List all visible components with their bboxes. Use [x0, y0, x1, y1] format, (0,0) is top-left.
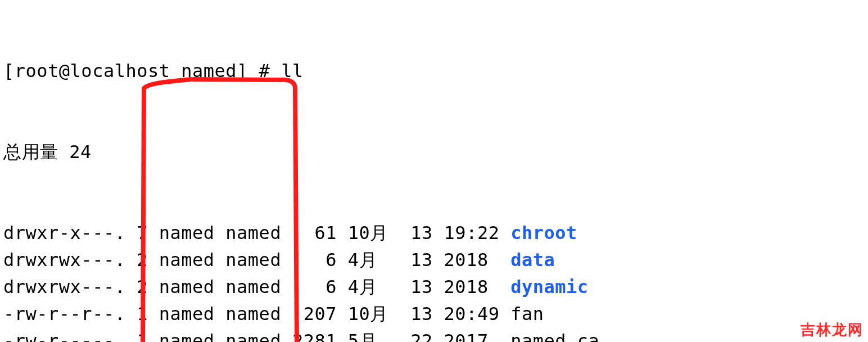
- filename-col: named.ca: [510, 330, 599, 342]
- command-text: ll: [281, 60, 304, 82]
- prompt-symbol: #: [259, 60, 270, 82]
- terminal-output: [root@localhost named] # ll 总用量 24 drwxr…: [0, 0, 868, 342]
- prompt-sp3: [270, 60, 281, 82]
- perm-col: -rw-r-----.: [3, 330, 125, 342]
- month-col: 10月: [348, 222, 400, 244]
- group-col: named: [225, 276, 281, 298]
- filename-col: dynamic: [510, 276, 588, 298]
- prompt-open: [: [3, 60, 15, 82]
- total-sp: [58, 141, 70, 163]
- table-row: drwxrwx---. 2 named named 6 4月 13 2018 d…: [3, 246, 868, 273]
- owner-col: named: [159, 303, 215, 325]
- perm-col: drwxrwx---.: [3, 249, 125, 271]
- total-line: 总用量 24: [3, 138, 868, 165]
- total-value: 24: [69, 141, 92, 163]
- time-col: 19:22: [444, 222, 500, 244]
- group-col: named: [225, 330, 281, 342]
- owner-col: named: [159, 330, 215, 342]
- time-col: 2017: [444, 330, 500, 342]
- perm-col: drwxr-x---.: [3, 222, 125, 244]
- time-col: 2018: [444, 249, 500, 271]
- filename-col: fan: [510, 303, 544, 325]
- total-label: 总用量: [3, 141, 58, 163]
- day-col: 13: [400, 222, 433, 244]
- prompt-at: @: [59, 60, 70, 82]
- watermark-text: 吉林龙网: [801, 320, 864, 340]
- links-col: 7: [137, 222, 148, 244]
- listing-rows: drwxr-x---. 7 named named 61 10月 13 19:2…: [3, 219, 868, 342]
- day-col: 13: [400, 249, 433, 271]
- links-col: 2: [137, 249, 148, 271]
- time-col: 20:49: [444, 303, 500, 325]
- table-row: drwxr-x---. 7 named named 61 10月 13 19:2…: [3, 219, 868, 246]
- prompt-line[interactable]: [root@localhost named] # ll: [3, 57, 868, 84]
- group-col: named: [225, 303, 281, 325]
- size-col: 61: [281, 222, 337, 244]
- group-col: named: [225, 222, 281, 244]
- month-col: 10月: [348, 303, 400, 325]
- table-row: drwxrwx---. 2 named named 6 4月 13 2018 d…: [3, 273, 868, 300]
- prompt-sp2: [248, 60, 259, 82]
- prompt-host: localhost: [70, 60, 170, 82]
- size-col: 6: [281, 249, 337, 271]
- prompt-user: root: [15, 60, 59, 82]
- day-col: 22: [400, 330, 433, 342]
- day-col: 13: [400, 276, 433, 298]
- links-col: 2: [137, 276, 148, 298]
- month-col: 4月: [348, 276, 400, 298]
- time-col: 2018: [444, 276, 500, 298]
- day-col: 13: [400, 303, 433, 325]
- table-row: -rw-r-----. 1 named named 2281 5月 22 201…: [3, 327, 868, 342]
- perm-col: -rw-r--r--.: [3, 303, 125, 325]
- owner-col: named: [159, 276, 215, 298]
- group-col: named: [225, 249, 281, 271]
- links-col: 1: [137, 330, 148, 342]
- perm-col: drwxrwx---.: [3, 276, 125, 298]
- size-col: 207: [281, 303, 337, 325]
- table-row: -rw-r--r--. 1 named named 207 10月 13 20:…: [3, 300, 868, 327]
- size-col: 2281: [281, 330, 337, 342]
- filename-col: chroot: [510, 222, 577, 244]
- filename-col: data: [510, 249, 555, 271]
- owner-col: named: [159, 249, 215, 271]
- prompt-sp1: [170, 60, 181, 82]
- prompt-close: ]: [237, 60, 248, 82]
- links-col: 1: [137, 303, 148, 325]
- prompt-path: named: [181, 60, 237, 82]
- size-col: 6: [281, 276, 337, 298]
- month-col: 4月: [348, 249, 400, 271]
- month-col: 5月: [348, 330, 400, 342]
- owner-col: named: [159, 222, 215, 244]
